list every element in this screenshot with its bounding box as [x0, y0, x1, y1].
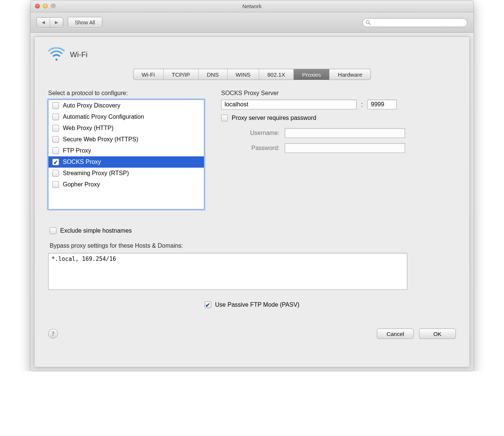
protocol-label: Web Proxy (HTTP) [63, 125, 114, 132]
protocol-row[interactable]: FTP Proxy [49, 145, 204, 156]
exclude-hostnames-checkbox[interactable] [50, 227, 56, 234]
protocol-label: FTP Proxy [63, 147, 91, 154]
proxies-sheet: Wi-Fi Wi-FiTCP/IPDNSWINS802.1XProxiesHar… [34, 36, 470, 367]
protocol-label: Secure Web Proxy (HTTPS) [63, 136, 138, 143]
show-all-button[interactable]: Show All [68, 17, 102, 28]
protocol-label: Automatic Proxy Configuration [63, 114, 144, 120]
tab-bar: Wi-FiTCP/IPDNSWINS802.1XProxiesHardware [133, 69, 371, 80]
requires-password-label: Proxy server requires password [232, 115, 316, 121]
cancel-button[interactable]: Cancel [377, 329, 414, 339]
password-label: Password: [221, 145, 279, 151]
tab-dns[interactable]: DNS [198, 69, 227, 80]
forward-button[interactable]: ▶ [50, 18, 63, 27]
protocol-row[interactable]: Gopher Proxy [49, 179, 204, 190]
tab-hardware[interactable]: Hardware [329, 69, 370, 80]
protocol-checkbox[interactable] [52, 170, 59, 177]
search-input[interactable] [372, 20, 464, 25]
protocol-checkbox[interactable] [52, 159, 59, 165]
protocol-list-label: Select a protocol to configure: [48, 90, 210, 97]
protocol-row[interactable]: Auto Proxy Discovery [49, 100, 204, 111]
bypass-textarea[interactable] [48, 253, 407, 290]
proxy-host-input[interactable] [221, 100, 357, 109]
protocol-row[interactable]: Automatic Proxy Configuration [49, 111, 204, 123]
window-title: Network [30, 3, 474, 9]
tab-wins[interactable]: WINS [227, 69, 259, 80]
search-field[interactable] [362, 18, 468, 27]
username-input[interactable] [285, 128, 405, 138]
exclude-hostnames-label: Exclude simple hostnames [60, 227, 132, 234]
protocol-row[interactable]: SOCKS Proxy [49, 156, 204, 168]
toolbar: ◀ ▶ Show All [30, 12, 474, 33]
protocol-checkbox[interactable] [52, 136, 59, 143]
interface-title: Wi-Fi [70, 50, 88, 59]
help-button[interactable]: ? [48, 329, 58, 339]
passive-ftp-checkbox[interactable] [205, 301, 211, 308]
search-icon [366, 20, 371, 25]
host-port-colon: : [361, 101, 363, 109]
protocol-label: Gopher Proxy [63, 181, 100, 188]
back-button[interactable]: ◀ [37, 18, 50, 27]
username-label: Username: [221, 130, 279, 136]
chevron-right-icon: ▶ [55, 20, 58, 25]
tab-wifi[interactable]: Wi-Fi [134, 69, 163, 80]
protocol-list[interactable]: Auto Proxy DiscoveryAutomatic Proxy Conf… [48, 100, 204, 209]
svg-line-1 [369, 23, 370, 24]
server-label: SOCKS Proxy Server [221, 90, 456, 97]
protocol-label: SOCKS Proxy [63, 159, 101, 165]
proxy-port-input[interactable] [367, 100, 397, 109]
protocol-row[interactable]: Secure Web Proxy (HTTPS) [49, 134, 204, 145]
chevron-left-icon: ◀ [42, 20, 45, 25]
titlebar: Network [30, 0, 474, 12]
tab-8021x[interactable]: 802.1X [259, 69, 294, 80]
wifi-icon [48, 47, 65, 62]
protocol-label: Streaming Proxy (RTSP) [63, 170, 129, 177]
bypass-label: Bypass proxy settings for these Hosts & … [50, 242, 456, 249]
requires-password-checkbox[interactable] [221, 115, 228, 121]
nav-segment: ◀ ▶ [36, 17, 63, 28]
protocol-checkbox[interactable] [52, 147, 59, 154]
protocol-label: Auto Proxy Discovery [63, 102, 120, 109]
protocol-row[interactable]: Web Proxy (HTTP) [49, 123, 204, 134]
protocol-checkbox[interactable] [52, 125, 59, 132]
protocol-checkbox[interactable] [52, 102, 59, 109]
password-input[interactable] [285, 143, 405, 153]
tab-tcpip[interactable]: TCP/IP [163, 69, 198, 80]
tab-proxies[interactable]: Proxies [293, 69, 329, 80]
protocol-checkbox[interactable] [52, 181, 59, 188]
ok-button[interactable]: OK [419, 329, 456, 339]
passive-ftp-label: Use Passive FTP Mode (PASV) [215, 301, 299, 308]
protocol-row[interactable]: Streaming Proxy (RTSP) [49, 168, 204, 179]
preferences-window: Network ◀ ▶ Show All [30, 0, 474, 371]
protocol-checkbox[interactable] [52, 114, 59, 120]
